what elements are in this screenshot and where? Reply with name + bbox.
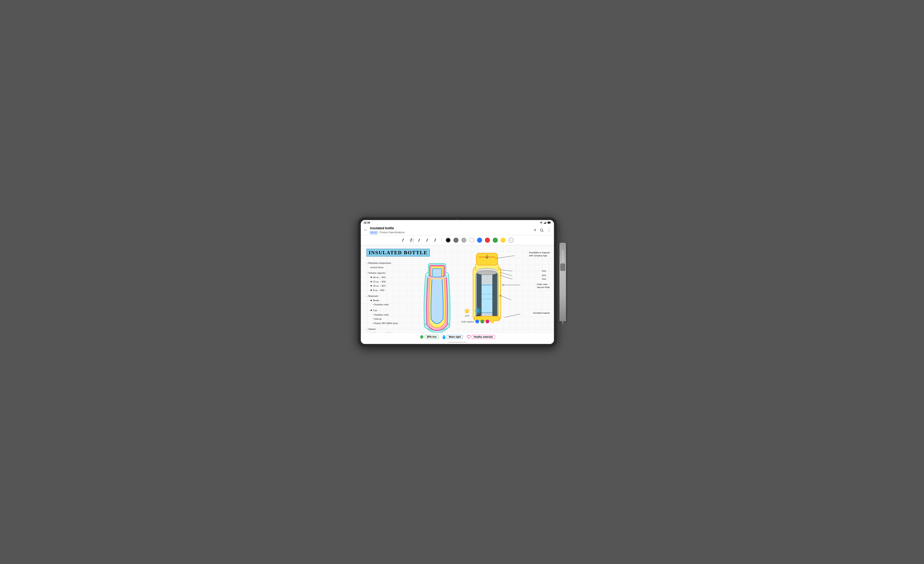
bottle-diagram: Possibility to engravewith company logo … xyxy=(459,247,550,332)
color-options-label: Color options xyxy=(461,320,474,323)
color-option-yellow[interactable] xyxy=(490,320,494,323)
stylus-tip xyxy=(562,321,563,326)
drop-icon xyxy=(442,335,446,339)
scene: 12:34 xyxy=(358,217,566,347)
lang-badge: EN·US xyxy=(370,231,378,234)
svg-line-43 xyxy=(468,311,469,312)
add-button[interactable]: + xyxy=(534,227,536,233)
more-button[interactable]: ⋮ xyxy=(547,228,551,233)
color-option-pink[interactable] xyxy=(486,320,489,323)
screen: 12:34 xyxy=(361,220,554,344)
stylus-button xyxy=(560,263,565,271)
svg-rect-3 xyxy=(546,221,547,224)
document-title: Insulated bottle xyxy=(370,226,531,230)
pen-tool-2[interactable] xyxy=(410,238,414,243)
sun-icon xyxy=(464,307,470,314)
temp-hot: 12 h xyxy=(464,307,470,317)
status-icons xyxy=(540,221,551,224)
color-white[interactable] xyxy=(469,238,474,243)
color-dark-gray[interactable] xyxy=(453,238,459,243)
badge-healthy-area: Healthy materials xyxy=(466,335,495,339)
signal-icon xyxy=(544,221,546,224)
color-yellow[interactable] xyxy=(501,238,506,243)
status-time: 12:34 xyxy=(364,221,370,224)
badge-healthy-materials: Healthy materials xyxy=(472,335,495,339)
color-blue[interactable] xyxy=(477,238,482,243)
pen-tool-3[interactable] xyxy=(417,238,422,243)
heart-icon xyxy=(466,335,471,339)
snowflake-icon xyxy=(474,307,481,314)
svg-rect-5 xyxy=(551,222,551,223)
label-inox1: Inox xyxy=(542,269,546,272)
color-black[interactable] xyxy=(446,238,451,243)
svg-rect-6 xyxy=(548,222,550,223)
svg-line-38 xyxy=(504,314,520,317)
color-red[interactable] xyxy=(485,238,490,243)
bottom-badges-bar: BPA-free Water-tight xyxy=(361,332,554,341)
svg-point-27 xyxy=(477,271,497,275)
right-panel: Possibility to engravewith company logo … xyxy=(458,245,554,332)
color-option-blue[interactable] xyxy=(476,320,479,323)
note-title: INSULATED BOTTLE xyxy=(366,249,430,257)
label-insulated: Insulated support xyxy=(533,311,550,314)
content-area: INSULATED BOTTLE – Maintains temperature… xyxy=(361,245,554,332)
svg-line-44 xyxy=(465,308,466,309)
status-bar: 12:34 xyxy=(361,220,554,225)
svg-rect-26 xyxy=(492,273,497,317)
pen-tool-5[interactable] xyxy=(433,238,438,243)
document-subtitle-text: Product Specifications xyxy=(380,231,405,234)
svg-rect-2 xyxy=(545,222,546,224)
color-option-green[interactable] xyxy=(480,320,484,323)
label-inox2: Inox xyxy=(542,278,546,280)
bottle-sketch-left xyxy=(414,257,460,332)
svg-rect-1 xyxy=(545,223,545,224)
label-outer-case: Outer caseVacuum flask xyxy=(537,283,550,289)
battery-icon xyxy=(548,221,551,224)
svg-rect-0 xyxy=(544,223,544,224)
home-indicator-bar xyxy=(361,341,554,344)
add-color-button[interactable]: + xyxy=(508,238,513,243)
search-icon[interactable] xyxy=(540,228,544,232)
home-indicator xyxy=(448,342,466,343)
color-options-area: Color options xyxy=(461,320,494,323)
tablet: 12:34 xyxy=(358,217,557,347)
left-panel: INSULATED BOTTLE – Maintains temperature… xyxy=(361,245,458,332)
badge-water-area: Water-tight xyxy=(442,335,463,339)
svg-point-39 xyxy=(465,310,469,313)
badge-bpa-free: BPA-free xyxy=(425,335,439,339)
toolbar: + xyxy=(361,235,554,245)
badge-water-tight: Water-tight xyxy=(447,335,463,339)
badge-bpa-area: BPA-free xyxy=(420,335,439,339)
temp-cold: 24 h xyxy=(474,307,481,317)
color-light-gray[interactable] xyxy=(461,238,466,243)
wifi-icon xyxy=(540,221,543,224)
label-engrave: Possibility to engravewith company logo xyxy=(529,251,550,257)
note-title-area: INSULATED BOTTLE xyxy=(366,249,454,257)
svg-line-8 xyxy=(542,231,543,232)
top-bar-title-group: Insulated bottle EN·US Product Specifica… xyxy=(370,226,531,234)
svg-rect-16 xyxy=(432,269,442,277)
stylus-brand-label: Lenovo xyxy=(561,250,564,261)
document-subtitle: EN·US Product Specifications xyxy=(370,230,531,234)
top-bar-actions: + ⋮ xyxy=(534,227,551,233)
color-green[interactable] xyxy=(493,238,498,243)
temp-cold-label: 24 h xyxy=(476,314,480,317)
temp-hot-label: 12 h xyxy=(465,314,470,317)
pen-tool-1[interactable] xyxy=(402,238,406,243)
label-pp5: PP5 xyxy=(542,274,546,277)
top-bar: ← Insulated bottle EN·US Product Specifi… xyxy=(361,225,554,235)
svg-line-46 xyxy=(465,311,466,312)
back-button[interactable]: ← xyxy=(364,228,368,233)
stylus: Lenovo xyxy=(560,243,566,321)
pen-tool-4[interactable] xyxy=(425,238,430,243)
leaf-icon xyxy=(420,335,424,339)
temp-indicators: 12 h xyxy=(464,307,481,317)
svg-line-41 xyxy=(468,308,469,309)
